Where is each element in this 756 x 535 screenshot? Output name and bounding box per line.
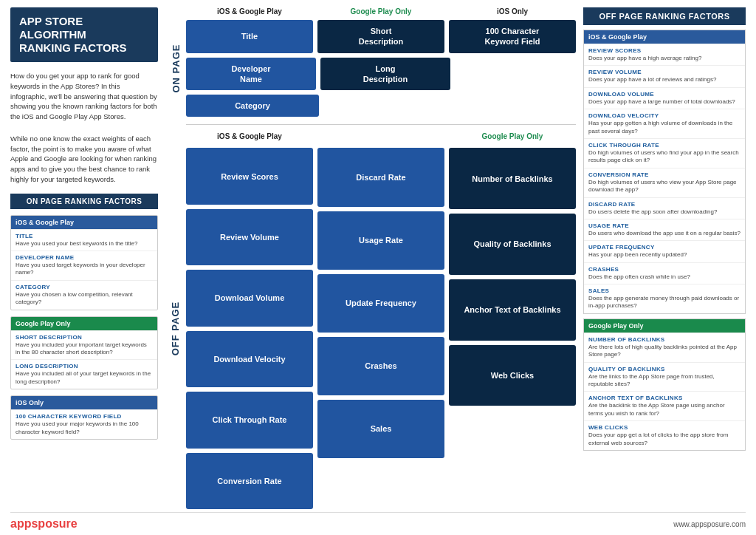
off-cell-conversion-rate: Conversion Rate bbox=[186, 453, 313, 509]
cell-long-desc: LongDescription bbox=[320, 58, 450, 91]
off-ios-gp-col: Review ScoresReview VolumeDownload Volum… bbox=[186, 148, 313, 509]
right-ios-gp-section: iOS & Google Play REVIEW SCORESDoes your… bbox=[583, 30, 746, 314]
right-item-sales: SALESDoes the app generate money through… bbox=[584, 284, 745, 313]
off-page-section: OFF PAGE Review ScoresReview VolumeDownl… bbox=[165, 148, 576, 509]
right-item-download-volume: DOWNLOAD VOLUMEDoes your app have a larg… bbox=[584, 87, 745, 109]
factor-keyword-field: 100 CHARACTER KEYWORD FIELD Have you use… bbox=[11, 409, 157, 439]
cell-empty-2 bbox=[323, 95, 447, 117]
intro-text-1: How do you get your app to rank for good… bbox=[10, 68, 158, 125]
logo-sposure: sposure bbox=[31, 517, 77, 530]
ios-gp-header: iOS & Google Play bbox=[11, 216, 157, 229]
logo-app: app bbox=[10, 517, 31, 530]
cell-empty-3 bbox=[452, 95, 576, 117]
on-page-col-headers: iOS & Google Play Google Play Only iOS O… bbox=[165, 7, 576, 16]
right-item-usage-rate: USAGE RATEDo users who download the app … bbox=[584, 219, 745, 240]
off-page-ranking-header: OFF PAGE RANKING FACTORS bbox=[583, 7, 746, 25]
off-cell-review-scores: Review Scores bbox=[186, 148, 313, 204]
off-cell-click-through-rate: Click Through Rate bbox=[186, 392, 313, 448]
main-title: APP STORE ALGORITHM RANKING FACTORS bbox=[19, 15, 149, 55]
off-cell-mid-update-frequency: Update Frequency bbox=[317, 274, 444, 333]
col-gp-only: Google Play Only bbox=[317, 7, 444, 16]
on-page-section: ON PAGE Title ShortDescription 100 Chara… bbox=[165, 20, 576, 117]
right-item-gp-web-clicks: WEB CLICKSDoes your app get a lot of cli… bbox=[584, 420, 745, 450]
on-page-ios-only-section: iOS Only 100 CHARACTER KEYWORD FIELD Hav… bbox=[10, 395, 158, 440]
footer-logo: appsposure bbox=[10, 517, 78, 531]
cell-title: Title bbox=[186, 20, 313, 53]
off-cell-mid-crashes: Crashes bbox=[317, 337, 444, 395]
off-col-gp-only: Google Play Only bbox=[449, 132, 576, 140]
right-item-gp-anchor-text-of-backlinks: ANCHOR TEXT OF BACKLINKSAre the backlink… bbox=[584, 391, 745, 420]
off-page-rotated-label: OFF PAGE bbox=[171, 301, 182, 355]
middle-panel: iOS & Google Play Google Play Only iOS O… bbox=[165, 7, 576, 509]
right-gp-only-section: Google Play Only NUMBER OF BACKLINKSAre … bbox=[583, 318, 746, 451]
right-panel: OFF PAGE RANKING FACTORS iOS & Google Pl… bbox=[583, 7, 746, 509]
on-page-row-2: DeveloperName LongDescription bbox=[186, 58, 576, 91]
right-item-review-scores: REVIEW SCORESDoes your app have a high a… bbox=[584, 44, 745, 65]
cell-empty-1 bbox=[455, 58, 576, 91]
right-item-conversion-rate: CONVERSION RATEDo high volumes of users … bbox=[584, 168, 745, 197]
off-gp-only-col: Number of BacklinksQuality of BacklinksA… bbox=[449, 148, 576, 509]
on-page-ranking-label: ON PAGE RANKING FACTORS bbox=[10, 194, 158, 209]
footer: appsposure www.appsposure.com bbox=[10, 512, 746, 531]
right-item-gp-number-of-backlinks: NUMBER OF BACKLINKSAre there lots of hig… bbox=[584, 333, 745, 362]
right-gp-only-header: Google Play Only bbox=[584, 319, 745, 333]
off-col-mid bbox=[317, 132, 444, 140]
off-cell-gp-quality-of-backlinks: Quality of Backlinks bbox=[449, 214, 576, 275]
off-cell-gp-anchor-text-of-backlinks: Anchor Text of Backlinks bbox=[449, 279, 576, 341]
ios-only-header: iOS Only bbox=[11, 396, 157, 409]
right-item-gp-quality-of-backlinks: QUALITY OF BACKLINKSAre the links to the… bbox=[584, 362, 745, 392]
right-item-review-volume: REVIEW VOLUMEDoes your app have a lot of… bbox=[584, 65, 745, 86]
col-ios-only: iOS Only bbox=[449, 7, 576, 16]
cell-dev-name: DeveloperName bbox=[186, 58, 316, 91]
factor-developer-name: DEVELOPER NAME Have you used target keyw… bbox=[11, 251, 157, 280]
right-item-click-through-rate: CLICK THROUGH RATEDo high volumes of use… bbox=[584, 138, 745, 168]
section-divider bbox=[186, 124, 576, 125]
intro-text-2: While no one know the exact weights of e… bbox=[10, 131, 158, 188]
on-page-rotated-label: ON PAGE bbox=[171, 44, 182, 93]
on-page-ios-gp-section: iOS & Google Play TITLE Have you used yo… bbox=[10, 215, 158, 310]
off-cell-download-velocity: Download Velocity bbox=[186, 331, 313, 387]
off-cell-download-volume: Download Volume bbox=[186, 270, 313, 326]
left-panel: APP STORE ALGORITHM RANKING FACTORS How … bbox=[10, 7, 158, 509]
right-item-crashes: CRASHESDoes the app often crash while in… bbox=[584, 262, 745, 284]
off-cell-gp-web-clicks: Web Clicks bbox=[449, 345, 576, 406]
off-cell-mid-usage-rate: Usage Rate bbox=[317, 211, 444, 270]
off-cell-gp-number-of-backlinks: Number of Backlinks bbox=[449, 148, 576, 209]
off-cell-mid-discard-rate: Discard Rate bbox=[317, 148, 444, 206]
off-page-col-headers: iOS & Google Play Google Play Only bbox=[165, 132, 576, 140]
main-header: APP STORE ALGORITHM RANKING FACTORS bbox=[10, 7, 158, 62]
factor-title: TITLE Have you used your best keywords i… bbox=[11, 229, 157, 251]
right-ios-gp-header: iOS & Google Play bbox=[584, 30, 745, 44]
factor-category: CATEGORY Have you chosen a low competiti… bbox=[11, 280, 157, 310]
factor-long-desc: LONG DESCRIPTION Have you included all o… bbox=[11, 359, 157, 389]
right-item-update-frequency: UPDATE FREQUENCYHas your app been recent… bbox=[584, 240, 745, 262]
off-cell-mid-sales: Sales bbox=[317, 400, 444, 458]
off-mid-col: Discard RateUsage RateUpdate FrequencyCr… bbox=[317, 148, 444, 509]
right-item-discard-rate: DISCARD RATEDo users delete the app soon… bbox=[584, 197, 745, 219]
off-cell-review-volume: Review Volume bbox=[186, 209, 313, 265]
cell-category: Category bbox=[186, 95, 319, 117]
cell-short-desc: ShortDescription bbox=[317, 20, 444, 53]
factor-short-desc: SHORT DESCRIPTION Have you included your… bbox=[11, 330, 157, 360]
col-ios-gp: iOS & Google Play bbox=[186, 7, 313, 16]
cell-keyword-field: 100 CharacterKeyword Field bbox=[449, 20, 576, 53]
on-page-grid: Title ShortDescription 100 CharacterKeyw… bbox=[186, 20, 576, 117]
on-page-row-1: Title ShortDescription 100 CharacterKeyw… bbox=[186, 20, 576, 53]
off-col-ios-gp: iOS & Google Play bbox=[186, 132, 313, 140]
off-page-grid: Review ScoresReview VolumeDownload Volum… bbox=[186, 148, 576, 509]
gp-only-header: Google Play Only bbox=[11, 317, 157, 330]
off-page-rotated-wrap: OFF PAGE bbox=[165, 148, 186, 509]
on-page-row-3: Category bbox=[186, 95, 576, 117]
on-page-rotated-wrap: ON PAGE bbox=[165, 20, 186, 117]
footer-url: www.appsposure.com bbox=[673, 520, 746, 528]
on-page-gp-only-section: Google Play Only SHORT DESCRIPTION Have … bbox=[10, 316, 158, 390]
right-item-download-velocity: DOWNLOAD VELOCITYHas your app gotten a h… bbox=[584, 109, 745, 138]
